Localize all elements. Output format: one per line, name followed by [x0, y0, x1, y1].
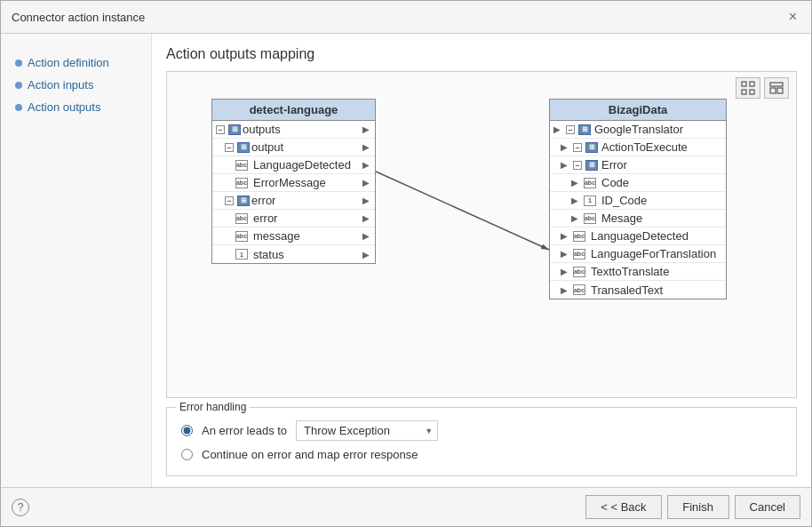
- right-table: BizagiData ▶ − ⊞ GoogleTranslator ▶ −: [549, 99, 727, 299]
- row-label: output: [251, 140, 359, 154]
- sidebar-item-action-outputs[interactable]: Action outputs: [12, 96, 140, 118]
- arrow-right: ▶: [361, 249, 371, 260]
- row-label: LanguageDetected: [591, 229, 722, 243]
- throw-exception-select[interactable]: Throw Exception Continue Ignore: [296, 420, 438, 441]
- sidebar-item-action-definition[interactable]: Action definition: [12, 52, 140, 74]
- expand-icon[interactable]: −: [225, 143, 234, 152]
- table-row: ▶ − ⊞ GoogleTranslator: [550, 121, 726, 139]
- error-row-2: Continue on error and map error response: [181, 444, 782, 465]
- table-row: ▶ − ⊞ Error: [550, 156, 726, 174]
- mapping-area: detect-language − ⊞ outputs ▶ − ⊞ ou: [166, 71, 797, 398]
- cancel-button[interactable]: Cancel: [735, 495, 800, 519]
- arrow-left: ▶: [561, 142, 571, 152]
- left-table: detect-language − ⊞ outputs ▶ − ⊞ ou: [211, 99, 376, 264]
- arrow-left: ▶: [561, 249, 571, 259]
- arrow-right: ▶: [361, 160, 371, 171]
- table-row: − ⊞ error ▶: [212, 192, 375, 210]
- main-panel: Action outputs mapping: [152, 34, 811, 487]
- arrow-left: ▶: [553, 124, 564, 134]
- type-icon: abc: [573, 249, 585, 260]
- error-option-1-radio[interactable]: [181, 425, 193, 436]
- type-icon: abc: [573, 284, 585, 295]
- arrow-right: ▶: [361, 231, 371, 242]
- close-button[interactable]: ×: [785, 8, 800, 26]
- expand-icon[interactable]: −: [566, 125, 575, 134]
- type-icon: 1: [584, 196, 596, 206]
- arrow-left: ▶: [561, 267, 571, 276]
- type-icon: ⊞: [585, 160, 598, 171]
- expand-icon[interactable]: −: [225, 196, 234, 205]
- type-icon: ⊞: [237, 196, 250, 206]
- type-icon: ⊞: [237, 142, 250, 153]
- error-option-2-label: Continue on error and map error response: [202, 448, 418, 461]
- table-row: 1 status ▶: [212, 245, 375, 263]
- type-icon: abc: [235, 213, 248, 224]
- row-label: message: [253, 229, 359, 243]
- finish-button[interactable]: Finish: [667, 495, 729, 519]
- row-label: LanguageForTranslation: [591, 247, 722, 260]
- footer: ? < < Back Finish Cancel: [1, 487, 811, 526]
- error-option-2-radio[interactable]: [181, 449, 193, 460]
- table-row: ▶ 1 ID_Code: [550, 192, 726, 210]
- type-icon: abc: [584, 213, 596, 224]
- title-bar: Connector action instance ×: [1, 1, 811, 34]
- sidebar: Action definition Action inputs Action o…: [1, 34, 152, 487]
- help-icon[interactable]: ?: [12, 499, 29, 516]
- row-label: ErrorMessage: [253, 176, 359, 189]
- table-row: abc message ▶: [212, 228, 375, 245]
- dot-icon: [15, 104, 22, 111]
- table-row: abc error ▶: [212, 210, 375, 228]
- mapping-canvas: detect-language − ⊞ outputs ▶ − ⊞ ou: [167, 72, 796, 397]
- arrow-right: ▶: [361, 178, 371, 188]
- table-row: ▶ abc Code: [550, 174, 726, 192]
- arrow-left: ▶: [561, 285, 571, 295]
- sidebar-item-action-inputs[interactable]: Action inputs: [12, 74, 140, 96]
- content-area: Action definition Action inputs Action o…: [1, 34, 811, 487]
- arrow-left: ▶: [571, 213, 582, 223]
- table-row: ▶ abc Mesage: [550, 210, 726, 228]
- table-row: abc ErrorMessage ▶: [212, 174, 375, 192]
- row-label: LanguageDetected: [253, 158, 359, 172]
- expand-icon[interactable]: −: [573, 143, 582, 152]
- type-icon: abc: [573, 267, 585, 277]
- table-row: ▶ abc LanguageForTranslation: [550, 245, 726, 263]
- table-row: ▶ abc TexttoTranslate: [550, 263, 726, 281]
- dialog: Connector action instance × Action defin…: [0, 0, 812, 527]
- panel-title: Action outputs mapping: [166, 46, 797, 62]
- table-row: abc LanguageDetected ▶: [212, 156, 375, 174]
- button-group: < < Back Finish Cancel: [585, 495, 800, 519]
- type-icon: abc: [235, 231, 248, 242]
- arrow-right: ▶: [361, 142, 371, 153]
- error-row-1: An error leads to Throw Exception Contin…: [181, 417, 782, 444]
- table-row: ▶ abc LanguageDetected: [550, 228, 726, 245]
- row-label: status: [253, 248, 359, 261]
- row-label: Error: [601, 158, 722, 172]
- arrow-left: ▶: [561, 231, 571, 241]
- expand-icon[interactable]: −: [573, 161, 582, 170]
- arrow-left: ▶: [561, 160, 571, 170]
- expand-icon[interactable]: −: [216, 125, 225, 134]
- arrow-left: ▶: [571, 178, 582, 188]
- type-icon: abc: [573, 231, 585, 242]
- table-row: − ⊞ outputs ▶: [212, 121, 375, 139]
- row-label: Mesage: [601, 212, 722, 225]
- arrow-left: ▶: [571, 196, 582, 205]
- dot-icon: [15, 60, 22, 67]
- dot-icon: [15, 82, 22, 89]
- type-icon: abc: [235, 160, 248, 171]
- row-label: Code: [601, 176, 722, 189]
- back-button[interactable]: < < Back: [585, 495, 661, 519]
- row-label: outputs: [243, 123, 359, 136]
- table-row: ▶ − ⊞ ActionToExecute: [550, 139, 726, 156]
- left-table-header: detect-language: [212, 100, 375, 121]
- row-label: TransaledText: [591, 283, 722, 297]
- error-handling-legend: Error handling: [176, 401, 250, 413]
- type-icon: abc: [235, 178, 248, 188]
- svg-line-7: [376, 172, 549, 250]
- arrow-right: ▶: [361, 124, 371, 135]
- row-label: ID_Code: [601, 194, 722, 207]
- right-table-header: BizagiData: [550, 100, 726, 121]
- error-option-1-label: An error leads to: [202, 424, 287, 437]
- error-handling: Error handling An error leads to Throw E…: [166, 407, 797, 476]
- arrow-right: ▶: [361, 196, 371, 206]
